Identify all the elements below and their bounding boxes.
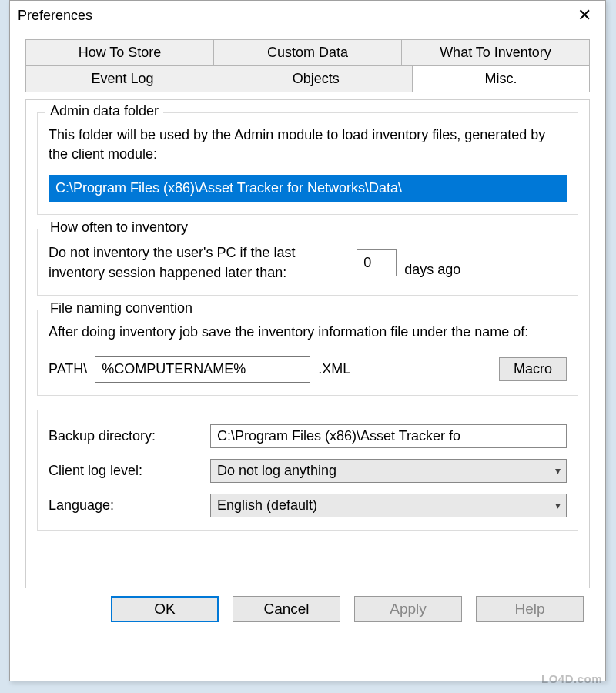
client-log-value: Do not log anything — [210, 459, 567, 483]
days-input[interactable] — [357, 249, 397, 276]
tab-row-2: Event Log Objects Misc. — [25, 65, 590, 92]
filename-input[interactable] — [95, 356, 310, 383]
backup-dir-label: Backup directory: — [49, 428, 203, 444]
how-often-description: Do not inventory the user's PC if the la… — [49, 243, 349, 282]
window-title: Preferences — [18, 8, 92, 24]
cancel-button[interactable]: Cancel — [233, 596, 340, 622]
group-bottom-settings: Backup directory: Client log level: Do n… — [37, 410, 578, 531]
tab-what-to-inventory[interactable]: What To Inventory — [402, 39, 590, 66]
tab-panel-misc: Admin data folder This folder will be us… — [25, 99, 590, 588]
ok-button[interactable]: OK — [111, 596, 219, 622]
dialog-button-bar: OK Cancel Apply Help — [25, 596, 590, 622]
group-how-often: How often to inventory Do not inventory … — [37, 229, 578, 295]
days-suffix: days ago — [404, 248, 460, 278]
tab-how-to-store[interactable]: How To Store — [25, 39, 214, 66]
tab-objects[interactable]: Objects — [219, 65, 413, 92]
ext-label: .XML — [318, 361, 350, 377]
backup-dir-input[interactable] — [210, 424, 567, 448]
group-file-naming: File naming convention After doing inven… — [37, 310, 578, 396]
file-naming-description: After doing inventory job save the inven… — [49, 323, 567, 342]
watermark: LO4D.com — [541, 672, 602, 685]
admin-path-input[interactable] — [49, 175, 567, 202]
group-legend-admin: Admin data folder — [45, 103, 163, 119]
tab-event-log[interactable]: Event Log — [25, 65, 219, 92]
close-icon[interactable]: ✕ — [571, 5, 598, 25]
content-area: How To Store Custom Data What To Invento… — [10, 33, 605, 628]
group-admin-data-folder: Admin data folder This folder will be us… — [37, 112, 578, 215]
client-log-dropdown[interactable]: Do not log anything ▾ — [210, 459, 567, 483]
group-legend-file-naming: File naming convention — [45, 300, 197, 316]
tab-misc[interactable]: Misc. — [413, 65, 590, 92]
path-prefix-label: PATH\ — [49, 361, 87, 377]
chevron-down-icon: ▾ — [555, 499, 561, 511]
help-button[interactable]: Help — [476, 596, 584, 622]
tab-row-1: How To Store Custom Data What To Invento… — [25, 39, 590, 66]
group-legend-how-often: How often to inventory — [45, 219, 192, 236]
chevron-down-icon: ▾ — [555, 464, 561, 477]
apply-button[interactable]: Apply — [354, 596, 462, 622]
macro-button[interactable]: Macro — [499, 357, 567, 381]
admin-description: This folder will be used by the Admin mo… — [49, 126, 567, 164]
titlebar: Preferences ✕ — [10, 1, 605, 33]
language-label: Language: — [49, 497, 203, 514]
language-value: English (default) — [210, 494, 567, 517]
tab-custom-data[interactable]: Custom Data — [214, 39, 402, 66]
preferences-window: Preferences ✕ How To Store Custom Data W… — [9, 0, 606, 681]
client-log-label: Client log level: — [49, 463, 203, 479]
language-dropdown[interactable]: English (default) ▾ — [210, 494, 567, 517]
